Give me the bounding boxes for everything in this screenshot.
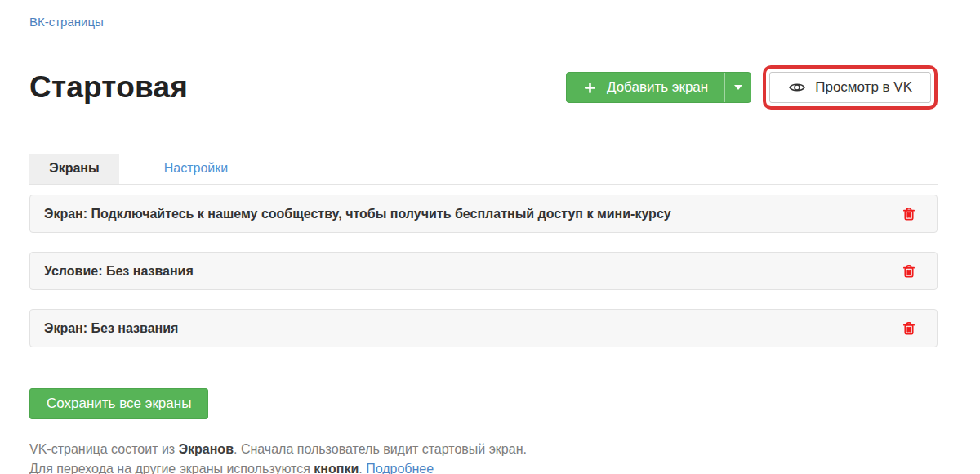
add-screen-dropdown-toggle[interactable] xyxy=(724,73,751,102)
page-title: Стартовая xyxy=(29,70,188,105)
screen-row[interactable]: Экран: Без названия xyxy=(29,309,938,347)
tab-screens[interactable]: Экраны xyxy=(29,154,119,184)
preview-in-vk-button[interactable]: Просмотр в VK xyxy=(769,72,931,103)
trash-icon xyxy=(901,205,917,222)
screen-row[interactable]: Условие: Без названия xyxy=(29,252,938,290)
delete-screen-button[interactable] xyxy=(901,205,917,222)
add-screen-button[interactable]: Добавить экран xyxy=(567,73,724,102)
footer-line-1: VK-страница состоит из Экранов. Сначала … xyxy=(29,440,938,459)
footer-text: Для перехода на другие экраны используют… xyxy=(29,462,314,474)
learn-more-link[interactable]: Подробнее xyxy=(366,462,434,474)
tab-settings[interactable]: Настройки xyxy=(151,154,241,184)
trash-icon xyxy=(901,320,917,337)
footer-line-2: Для перехода на другие экраны используют… xyxy=(29,459,938,474)
footer-text: . Сначала пользователь видит стартовый э… xyxy=(234,442,527,456)
footer-text: . xyxy=(359,462,366,474)
eye-icon xyxy=(788,78,806,96)
footer-bold-buttons: кнопки xyxy=(314,462,359,474)
breadcrumb: ВК-страницы xyxy=(29,15,938,29)
page-header: Стартовая Добавить экран xyxy=(29,65,938,110)
preview-in-vk-label: Просмотр в VK xyxy=(815,79,912,96)
footer-bold-screens: Экранов xyxy=(179,442,234,456)
delete-screen-button[interactable] xyxy=(901,320,917,337)
screen-row-label: Экран: Без названия xyxy=(44,321,178,336)
screen-row-label: Условие: Без названия xyxy=(44,264,194,279)
tab-bar: Экраны Настройки xyxy=(29,154,938,185)
screens-list: Экран: Подключайтесь к нашему сообществу… xyxy=(29,195,938,347)
add-screen-split-button: Добавить экран xyxy=(566,72,751,103)
save-all-screens-button[interactable]: Сохранить все экраны xyxy=(29,388,208,419)
trash-icon xyxy=(901,262,917,279)
breadcrumb-vk-pages-link[interactable]: ВК-страницы xyxy=(29,15,104,29)
chevron-down-icon xyxy=(734,85,742,90)
footer-help-text: VK-страница состоит из Экранов. Сначала … xyxy=(29,440,938,474)
screen-row-label: Экран: Подключайтесь к нашему сообществу… xyxy=(44,207,671,221)
add-screen-label: Добавить экран xyxy=(607,79,708,96)
footer-text: VK-страница состоит из xyxy=(29,442,179,456)
delete-screen-button[interactable] xyxy=(901,262,917,279)
red-highlight-annotation: Просмотр в VK xyxy=(763,65,938,110)
page-container: ВК-страницы Стартовая Добавить экран xyxy=(29,0,938,474)
header-actions: Добавить экран Просмотр в VK xyxy=(566,65,938,110)
plus-icon xyxy=(583,81,597,95)
screen-row[interactable]: Экран: Подключайтесь к нашему сообществу… xyxy=(29,195,938,233)
